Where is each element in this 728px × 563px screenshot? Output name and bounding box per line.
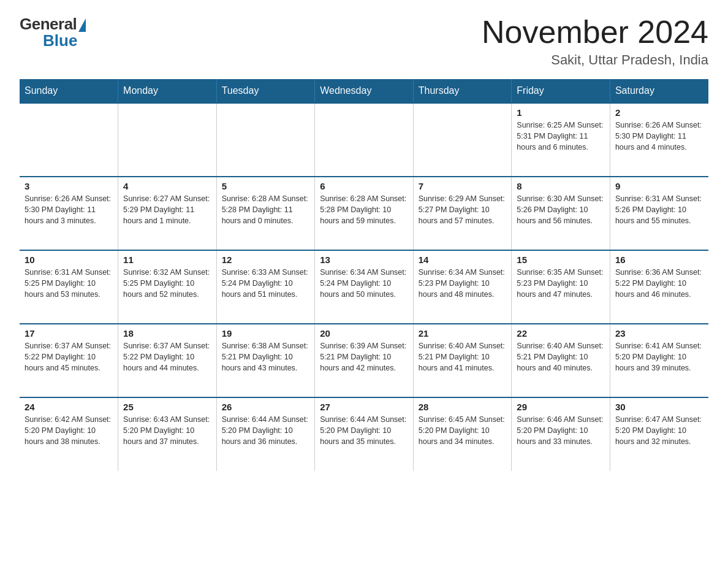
- day-info: Sunrise: 6:46 AM Sunset: 5:20 PM Dayligh…: [517, 414, 605, 447]
- day-info: Sunrise: 6:26 AM Sunset: 5:30 PM Dayligh…: [25, 193, 113, 226]
- day-info: Sunrise: 6:34 AM Sunset: 5:24 PM Dayligh…: [320, 267, 408, 300]
- calendar-week-row: 10Sunrise: 6:31 AM Sunset: 5:25 PM Dayli…: [20, 250, 708, 324]
- day-info: Sunrise: 6:30 AM Sunset: 5:26 PM Dayligh…: [517, 193, 605, 226]
- day-number: 14: [419, 255, 507, 265]
- day-number: 22: [517, 328, 605, 339]
- day-info: Sunrise: 6:39 AM Sunset: 5:21 PM Dayligh…: [320, 340, 408, 373]
- day-info: Sunrise: 6:37 AM Sunset: 5:22 PM Dayligh…: [25, 340, 113, 373]
- day-info: Sunrise: 6:45 AM Sunset: 5:20 PM Dayligh…: [419, 414, 507, 447]
- calendar-week-row: 1Sunrise: 6:25 AM Sunset: 5:31 PM Daylig…: [20, 103, 708, 177]
- day-number: 19: [222, 328, 310, 339]
- day-info: Sunrise: 6:36 AM Sunset: 5:22 PM Dayligh…: [615, 267, 703, 300]
- day-info: Sunrise: 6:31 AM Sunset: 5:26 PM Dayligh…: [615, 193, 703, 226]
- calendar-cell: 8Sunrise: 6:30 AM Sunset: 5:26 PM Daylig…: [512, 177, 610, 250]
- header-tuesday: Tuesday: [216, 79, 315, 103]
- day-number: 1: [517, 107, 605, 118]
- calendar-cell: 2Sunrise: 6:26 AM Sunset: 5:30 PM Daylig…: [610, 103, 708, 177]
- calendar-cell: 18Sunrise: 6:37 AM Sunset: 5:22 PM Dayli…: [118, 324, 217, 397]
- calendar-header-row: SundayMondayTuesdayWednesdayThursdayFrid…: [20, 79, 708, 103]
- day-number: 17: [25, 328, 113, 339]
- day-number: 21: [419, 328, 507, 339]
- calendar-cell: 30Sunrise: 6:47 AM Sunset: 5:20 PM Dayli…: [610, 397, 708, 471]
- calendar-table: SundayMondayTuesdayWednesdayThursdayFrid…: [20, 79, 708, 471]
- calendar-cell: 14Sunrise: 6:34 AM Sunset: 5:23 PM Dayli…: [413, 250, 512, 324]
- calendar-cell: 25Sunrise: 6:43 AM Sunset: 5:20 PM Dayli…: [118, 397, 217, 471]
- calendar-cell: 20Sunrise: 6:39 AM Sunset: 5:21 PM Dayli…: [315, 324, 414, 397]
- day-number: 6: [320, 181, 408, 191]
- calendar-cell: 13Sunrise: 6:34 AM Sunset: 5:24 PM Dayli…: [315, 250, 414, 324]
- day-number: 18: [123, 328, 211, 339]
- day-number: 26: [222, 402, 310, 412]
- calendar-cell: 6Sunrise: 6:28 AM Sunset: 5:28 PM Daylig…: [315, 177, 414, 250]
- calendar-cell: 21Sunrise: 6:40 AM Sunset: 5:21 PM Dayli…: [413, 324, 512, 397]
- calendar-week-row: 17Sunrise: 6:37 AM Sunset: 5:22 PM Dayli…: [20, 324, 708, 397]
- day-number: 3: [25, 181, 113, 191]
- calendar-cell: 3Sunrise: 6:26 AM Sunset: 5:30 PM Daylig…: [20, 177, 118, 250]
- day-info: Sunrise: 6:26 AM Sunset: 5:30 PM Dayligh…: [615, 120, 703, 153]
- calendar-cell: 7Sunrise: 6:29 AM Sunset: 5:27 PM Daylig…: [413, 177, 512, 250]
- calendar-cell: 1Sunrise: 6:25 AM Sunset: 5:31 PM Daylig…: [512, 103, 610, 177]
- day-number: 10: [25, 255, 113, 265]
- day-info: Sunrise: 6:47 AM Sunset: 5:20 PM Dayligh…: [615, 414, 703, 447]
- calendar-cell: 28Sunrise: 6:45 AM Sunset: 5:20 PM Dayli…: [413, 397, 512, 471]
- calendar-week-row: 24Sunrise: 6:42 AM Sunset: 5:20 PM Dayli…: [20, 397, 708, 471]
- day-number: 30: [615, 402, 703, 412]
- location-subtitle: Sakit, Uttar Pradesh, India: [482, 52, 708, 68]
- day-info: Sunrise: 6:35 AM Sunset: 5:23 PM Dayligh…: [517, 267, 605, 300]
- day-info: Sunrise: 6:25 AM Sunset: 5:31 PM Dayligh…: [517, 120, 605, 153]
- calendar-cell: 23Sunrise: 6:41 AM Sunset: 5:20 PM Dayli…: [610, 324, 708, 397]
- day-number: 12: [222, 255, 310, 265]
- day-number: 5: [222, 181, 310, 191]
- day-number: 29: [517, 402, 605, 412]
- calendar-cell: [315, 103, 414, 177]
- month-year-title: November 2024: [482, 15, 708, 50]
- calendar-cell: 10Sunrise: 6:31 AM Sunset: 5:25 PM Dayli…: [20, 250, 118, 324]
- calendar-cell: [20, 103, 118, 177]
- day-number: 20: [320, 328, 408, 339]
- day-number: 2: [615, 107, 703, 118]
- calendar-cell: 26Sunrise: 6:44 AM Sunset: 5:20 PM Dayli…: [216, 397, 315, 471]
- day-number: 16: [615, 255, 703, 265]
- day-info: Sunrise: 6:40 AM Sunset: 5:21 PM Dayligh…: [419, 340, 507, 373]
- page-header: General Blue November 2024 Sakit, Uttar …: [20, 15, 708, 68]
- calendar-cell: 19Sunrise: 6:38 AM Sunset: 5:21 PM Dayli…: [216, 324, 315, 397]
- day-info: Sunrise: 6:33 AM Sunset: 5:24 PM Dayligh…: [222, 267, 310, 300]
- calendar-cell: [413, 103, 512, 177]
- calendar-cell: [216, 103, 315, 177]
- calendar-cell: [118, 103, 217, 177]
- day-info: Sunrise: 6:34 AM Sunset: 5:23 PM Dayligh…: [419, 267, 507, 300]
- day-info: Sunrise: 6:43 AM Sunset: 5:20 PM Dayligh…: [123, 414, 211, 447]
- day-info: Sunrise: 6:42 AM Sunset: 5:20 PM Dayligh…: [25, 414, 113, 447]
- header-monday: Monday: [118, 79, 217, 103]
- day-info: Sunrise: 6:27 AM Sunset: 5:29 PM Dayligh…: [123, 193, 211, 226]
- day-info: Sunrise: 6:31 AM Sunset: 5:25 PM Dayligh…: [25, 267, 113, 300]
- day-number: 7: [419, 181, 507, 191]
- calendar-cell: 9Sunrise: 6:31 AM Sunset: 5:26 PM Daylig…: [610, 177, 708, 250]
- day-number: 15: [517, 255, 605, 265]
- day-info: Sunrise: 6:29 AM Sunset: 5:27 PM Dayligh…: [419, 193, 507, 226]
- logo-triangle-icon: [78, 18, 86, 32]
- logo: General Blue: [20, 15, 86, 50]
- day-number: 4: [123, 181, 211, 191]
- day-info: Sunrise: 6:44 AM Sunset: 5:20 PM Dayligh…: [320, 414, 408, 447]
- calendar-cell: 16Sunrise: 6:36 AM Sunset: 5:22 PM Dayli…: [610, 250, 708, 324]
- calendar-cell: 11Sunrise: 6:32 AM Sunset: 5:25 PM Dayli…: [118, 250, 217, 324]
- day-info: Sunrise: 6:28 AM Sunset: 5:28 PM Dayligh…: [320, 193, 408, 226]
- header-friday: Friday: [512, 79, 610, 103]
- header-thursday: Thursday: [413, 79, 512, 103]
- day-number: 9: [615, 181, 703, 191]
- day-number: 27: [320, 402, 408, 412]
- day-number: 25: [123, 402, 211, 412]
- day-info: Sunrise: 6:37 AM Sunset: 5:22 PM Dayligh…: [123, 340, 211, 373]
- day-number: 28: [419, 402, 507, 412]
- day-number: 11: [123, 255, 211, 265]
- day-info: Sunrise: 6:44 AM Sunset: 5:20 PM Dayligh…: [222, 414, 310, 447]
- day-info: Sunrise: 6:40 AM Sunset: 5:21 PM Dayligh…: [517, 340, 605, 373]
- calendar-cell: 15Sunrise: 6:35 AM Sunset: 5:23 PM Dayli…: [512, 250, 610, 324]
- title-block: November 2024 Sakit, Uttar Pradesh, Indi…: [482, 15, 708, 68]
- day-number: 24: [25, 402, 113, 412]
- header-sunday: Sunday: [20, 79, 118, 103]
- calendar-cell: 17Sunrise: 6:37 AM Sunset: 5:22 PM Dayli…: [20, 324, 118, 397]
- day-info: Sunrise: 6:38 AM Sunset: 5:21 PM Dayligh…: [222, 340, 310, 373]
- day-info: Sunrise: 6:32 AM Sunset: 5:25 PM Dayligh…: [123, 267, 211, 300]
